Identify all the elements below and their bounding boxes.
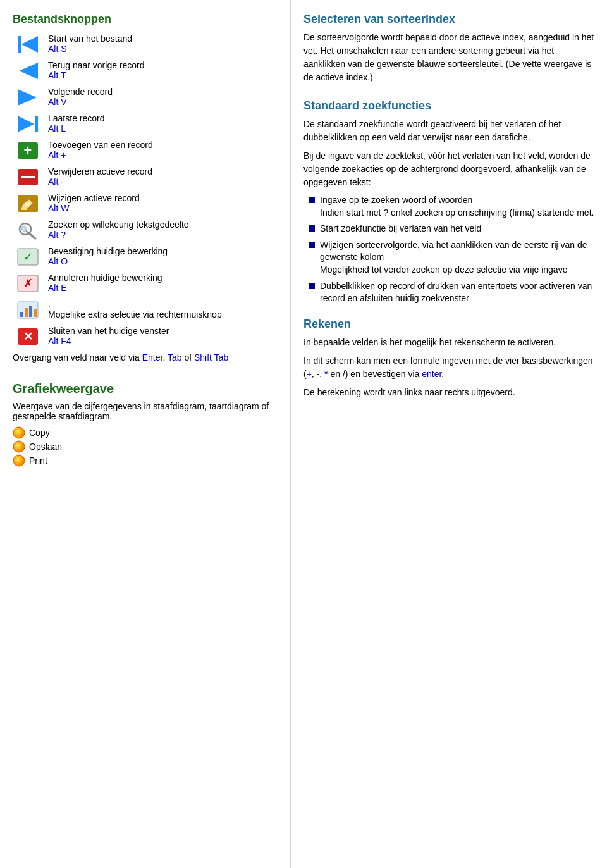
svg-text:✕: ✕: [23, 330, 33, 343]
grafiek-section: Grafiekweergave Weergave van de cijferge…: [13, 381, 278, 467]
icon-cell-add: +: [13, 141, 43, 160]
bullet-square-2: [309, 242, 315, 248]
icon-cell-search: 🔍: [13, 221, 43, 240]
svg-rect-26: [34, 309, 37, 317]
mult-link: *: [324, 369, 328, 379]
btn-label-last: Laatste record Alt L: [48, 113, 105, 133]
skip-end-icon: [16, 115, 39, 133]
tab-link: Tab: [168, 352, 182, 363]
grafiek-item-print: Print: [13, 454, 278, 467]
rekenen-section: Rekenen In bepaalde velden is het mogeli…: [304, 318, 594, 399]
btn-label-chart: . Mogelijke extra selectie via rechtermu…: [48, 299, 222, 319]
plus-icon: +: [16, 141, 39, 160]
edit-icon: ✏: [16, 194, 39, 213]
svg-marker-2: [19, 63, 38, 79]
btn-row-search: 🔍 Zoeken op willekeurig tekstgedeelte Al…: [13, 220, 278, 240]
bullet-text-0: Ingave op te zoeken woord of woordenIndi…: [320, 194, 594, 219]
zoek-para2: Bij de ingave van de zoektekst, vóór het…: [304, 149, 594, 189]
bullet-item-0: Ingave op te zoeken woord of woordenIndi…: [309, 194, 594, 219]
arrow-left-icon: [16, 61, 39, 80]
bullet-square-0: [309, 197, 315, 203]
zoek-section: Standaard zoekfuncties De standaard zoek…: [304, 99, 594, 305]
svg-marker-3: [18, 89, 37, 106]
svg-rect-25: [29, 306, 32, 317]
svg-rect-9: [21, 176, 35, 178]
bullet-text-1: Start zoekfunctie bij verlaten van het v…: [320, 223, 481, 235]
svg-text:✓: ✓: [23, 251, 33, 263]
btn-row-delete: Verwijderen actieve record Alt -: [13, 166, 278, 187]
plus-link: +: [307, 369, 312, 379]
chart-icon: [16, 301, 39, 319]
rekenen-title: Rekenen: [304, 318, 594, 331]
grafiek-copy-icon: [13, 426, 25, 439]
transition-text: Overgang van veld naar veld via Enter, T…: [13, 352, 278, 363]
bullet-square-1: [309, 225, 315, 232]
svg-marker-4: [18, 116, 34, 132]
svg-rect-24: [25, 308, 28, 317]
btn-label-delete: Verwijderen actieve record Alt -: [48, 166, 152, 187]
svg-rect-0: [18, 36, 21, 53]
zoek-para1: De standaard zoekfunctie wordt geactivee…: [304, 118, 594, 144]
enter-link: Enter: [142, 352, 163, 363]
svg-text:+: +: [24, 142, 32, 158]
icon-cell-delete: [13, 168, 43, 187]
cancel-icon: ✗: [16, 274, 39, 293]
minus-icon: [16, 168, 39, 187]
bullet-item-1: Start zoekfunctie bij verlaten van het v…: [309, 223, 594, 235]
sorteer-title: Selecteren van sorteerindex: [304, 13, 594, 26]
btn-row-cancel: ✗ Annuleren huidige bewerking Alt E: [13, 273, 278, 293]
bullet-square-3: [309, 283, 315, 289]
rekenen-para3: De berekening wordt van links naar recht…: [304, 386, 594, 399]
btn-label-add: Toevoegen van een record Alt +: [48, 140, 153, 160]
enter-link2: enter: [422, 369, 441, 379]
rekenen-para1: In bepaalde velden is het mogelijk het r…: [304, 336, 594, 349]
btn-label-prev: Terug naar vorige record Alt T: [48, 60, 145, 80]
svg-marker-1: [21, 36, 38, 53]
svg-point-31: [13, 455, 25, 466]
icon-cell-confirm: ✓: [13, 247, 43, 266]
svg-point-30: [13, 441, 25, 452]
btn-label-close: Sluiten van het huidige venster Alt F4: [48, 326, 169, 346]
svg-text:✗: ✗: [23, 277, 33, 290]
sorteer-desc: De sorteervolgorde wordt bepaald door de…: [304, 31, 594, 84]
grafiek-print-icon: [13, 454, 25, 467]
bullet-text-3: Dubbelklikken op record of drukken van e…: [320, 280, 594, 305]
btn-row-start: Start van het bestand Alt S: [13, 34, 278, 54]
svg-point-29: [13, 427, 25, 438]
minus-text: -: [317, 369, 320, 379]
bullet-item-3: Dubbelklikken op record of drukken van e…: [309, 280, 594, 305]
div-text: /: [343, 369, 345, 379]
section-title-bestandsknoppen: Bestandsknoppen: [13, 13, 278, 26]
btn-label-next: Volgende record Alt V: [48, 87, 113, 107]
icon-cell-prev: [13, 61, 43, 80]
grafiek-title: Grafiekweergave: [13, 381, 278, 396]
btn-label-confirm: Bevestiging huidige bewerking Alt O: [48, 246, 168, 266]
btn-label-edit: Wijzigen actieve record Alt W: [48, 193, 140, 213]
icon-cell-last: [13, 115, 43, 133]
btn-row-add: + Toevoegen van een record Alt +: [13, 140, 278, 160]
left-column: Bestandsknoppen Start van het bestand Al…: [0, 0, 291, 868]
shift-tab-link: Shift Tab: [194, 352, 228, 363]
svg-rect-23: [20, 312, 23, 317]
right-column: Selecteren van sorteerindex De sorteervo…: [291, 0, 607, 868]
svg-text:✏: ✏: [25, 200, 31, 209]
grafiek-desc: Weergave van de cijfergegevens in staafd…: [13, 401, 278, 421]
icon-cell-cancel: ✗: [13, 274, 43, 293]
btn-row-last: Laatste record Alt L: [13, 113, 278, 133]
icon-cell-chart: [13, 301, 43, 319]
btn-row-close: ✕ Sluiten van het huidige venster Alt F4: [13, 326, 278, 346]
close-icon: ✕: [16, 327, 39, 346]
rekenen-para2: In dit scherm kan men een formule ingeve…: [304, 354, 594, 381]
btn-row-prev: Terug naar vorige record Alt T: [13, 60, 278, 80]
grafiek-opslaan-icon: [13, 440, 25, 453]
btn-row-chart: . Mogelijke extra selectie via rechtermu…: [13, 299, 278, 319]
confirm-icon: ✓: [16, 247, 39, 266]
icon-cell-next: [13, 88, 43, 107]
btn-row-next: Volgende record Alt V: [13, 87, 278, 107]
skip-start-icon: [16, 35, 39, 54]
btn-label-cancel: Annuleren huidige bewerking Alt E: [48, 273, 162, 293]
zoek-title: Standaard zoekfuncties: [304, 99, 594, 113]
svg-text:🔍: 🔍: [21, 225, 30, 234]
btn-label-start: Start van het bestand Alt S: [48, 34, 132, 54]
btn-row-confirm: ✓ Bevestiging huidige bewerking Alt O: [13, 246, 278, 266]
